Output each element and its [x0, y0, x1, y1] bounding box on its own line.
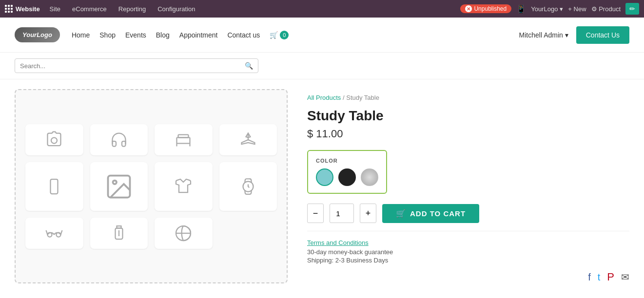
unpublished-badge[interactable]: ✕ Unpublished [460, 4, 511, 13]
breadcrumb: All Products / Study Table [307, 94, 629, 101]
edit-icon: ✏ [629, 5, 635, 13]
icon-ball [155, 218, 213, 249]
svg-rect-2 [51, 179, 58, 194]
icon-plane [219, 124, 277, 155]
breadcrumb-separator: / [343, 94, 345, 101]
facebook-icon[interactable]: f [588, 272, 591, 283]
admin-logo[interactable]: Website [5, 5, 40, 13]
color-swatch-black[interactable] [338, 168, 356, 186]
search-bar-area: 🔍 [0, 53, 644, 79]
icon-glasses [25, 218, 83, 249]
divider [307, 231, 629, 231]
color-swatches [316, 168, 378, 186]
color-section: COLOR [307, 150, 387, 194]
search-input-wrap: 🔍 [15, 58, 258, 73]
admin-arrow: ▾ [565, 31, 568, 39]
grid-icon [5, 5, 13, 13]
terms-link[interactable]: Terms and Conditions [307, 239, 629, 246]
my-website-btn[interactable]: YourLogo ▾ [531, 5, 563, 13]
nav-appointment[interactable]: Appointment [179, 31, 218, 39]
cart-icon-btn: 🛒 [396, 209, 406, 218]
icon-bed [155, 124, 213, 155]
product-title: Study Table [307, 108, 629, 124]
nav-events[interactable]: Events [125, 31, 146, 39]
product-details: All Products / Study Table Study Table $… [307, 89, 629, 283]
icon-grid [25, 124, 277, 249]
website-nav: YourLogo Home Shop Events Blog Appointme… [0, 18, 644, 53]
main-content: All Products / Study Table Study Table $… [0, 79, 644, 293]
icon-shirt [155, 162, 213, 211]
nav-configuration[interactable]: Configuration [156, 5, 197, 13]
quantity-decrease[interactable]: − [307, 204, 324, 223]
cart-symbol: 🛒 [270, 31, 278, 39]
my-website-arrow: ▾ [560, 5, 563, 13]
nav-home[interactable]: Home [72, 31, 90, 39]
unpublished-close[interactable]: ✕ [465, 5, 472, 12]
search-input[interactable] [20, 62, 241, 70]
nav-site[interactable]: Site [48, 5, 62, 13]
icon-watch [219, 162, 277, 211]
guarantee-text: 30-day money-back guarantee [307, 248, 629, 256]
search-icon: 🔍 [245, 62, 253, 70]
icon-image [90, 162, 148, 211]
color-label: COLOR [316, 158, 378, 164]
unpublished-label: Unpublished [474, 5, 507, 12]
pinterest-icon[interactable]: P [607, 271, 614, 283]
admin-name[interactable]: Mitchell Admin ▾ [519, 31, 568, 39]
svg-point-5 [113, 180, 117, 184]
cart-badge: 0 [280, 31, 289, 39]
nav-ecommerce[interactable]: eCommerce [70, 5, 109, 13]
shipping-text: Shipping: 2-3 Business Days [307, 257, 629, 264]
twitter-icon[interactable]: t [598, 272, 601, 283]
quantity-input[interactable] [330, 204, 354, 223]
svg-point-0 [51, 137, 57, 143]
product-price: $ 11.00 [307, 128, 629, 140]
add-to-cart-button[interactable]: 🛒 ADD TO CART [382, 204, 479, 223]
nav-links: Home Shop Events Blog Appointment Contac… [72, 31, 519, 39]
icon-bottle [90, 218, 148, 249]
icon-camera [25, 124, 83, 155]
cart-icon[interactable]: 🛒 0 [270, 31, 289, 39]
app-name: Website [16, 5, 40, 13]
logo-area[interactable]: YourLogo [15, 27, 60, 42]
my-website-label: YourLogo [531, 5, 558, 13]
svg-rect-1 [178, 134, 189, 137]
nav-reporting[interactable]: Reporting [117, 5, 148, 13]
contact-us-button[interactable]: Contact Us [576, 26, 629, 44]
mobile-icon[interactable]: 📱 [516, 4, 526, 14]
breadcrumb-current: Study Table [346, 94, 379, 101]
new-label: + New [568, 5, 586, 13]
admin-bar: Website Site eCommerce Reporting Configu… [0, 0, 644, 18]
new-button[interactable]: + New [568, 5, 586, 13]
product-image [15, 89, 288, 283]
edit-button[interactable]: ✏ [625, 3, 639, 15]
logo-text: YourLogo [22, 31, 52, 38]
color-swatch-cyan[interactable] [316, 168, 333, 186]
product-button[interactable]: ⚙ Product [591, 5, 621, 13]
nav-blog[interactable]: Blog [156, 31, 170, 39]
social-icons: f t P ✉ [307, 271, 629, 283]
nav-right: Mitchell Admin ▾ Contact Us [519, 26, 629, 44]
nav-contact[interactable]: Contact us [227, 31, 260, 39]
breadcrumb-all-products[interactable]: All Products [307, 94, 341, 101]
quantity-row: − + 🛒 ADD TO CART [307, 204, 629, 223]
product-label: ⚙ Product [591, 5, 621, 13]
icon-headphones [90, 124, 148, 155]
icon-phone [25, 162, 83, 211]
email-icon[interactable]: ✉ [621, 271, 629, 283]
nav-shop[interactable]: Shop [99, 31, 116, 39]
add-to-cart-label: ADD TO CART [410, 209, 466, 218]
logo[interactable]: YourLogo [15, 27, 60, 42]
color-swatch-silver[interactable] [361, 168, 378, 186]
quantity-increase[interactable]: + [360, 204, 376, 223]
